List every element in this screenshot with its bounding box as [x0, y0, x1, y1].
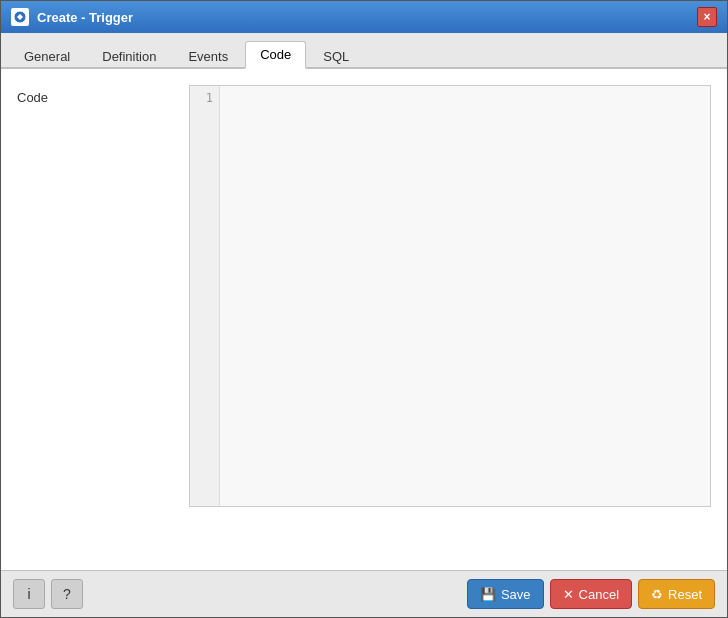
reset-icon: ♻ — [651, 587, 663, 602]
code-editor[interactable]: 1 — [189, 85, 711, 507]
close-button[interactable]: × — [697, 7, 717, 27]
save-label: Save — [501, 587, 531, 602]
save-button[interactable]: 💾 Save — [467, 579, 544, 609]
app-icon — [11, 8, 29, 26]
cancel-button[interactable]: ✕ Cancel — [550, 579, 632, 609]
help-icon: ? — [63, 586, 71, 602]
tab-sql[interactable]: SQL — [308, 43, 364, 69]
cancel-label: Cancel — [579, 587, 619, 602]
save-icon: 💾 — [480, 587, 496, 602]
tab-definition[interactable]: Definition — [87, 43, 171, 69]
code-textarea[interactable] — [220, 86, 710, 506]
tab-general[interactable]: General — [9, 43, 85, 69]
footer-left-buttons: i ? — [13, 579, 83, 609]
tab-events[interactable]: Events — [173, 43, 243, 69]
tab-bar: General Definition Events Code SQL — [1, 33, 727, 69]
help-button[interactable]: ? — [51, 579, 83, 609]
title-bar: Create - Trigger × — [1, 1, 727, 33]
reset-button[interactable]: ♻ Reset — [638, 579, 715, 609]
tab-code[interactable]: Code — [245, 41, 306, 69]
main-window: Create - Trigger × General Definition Ev… — [0, 0, 728, 618]
title-bar-left: Create - Trigger — [11, 8, 133, 26]
cancel-icon: ✕ — [563, 587, 574, 602]
info-button[interactable]: i — [13, 579, 45, 609]
code-form-row: Code 1 — [17, 85, 711, 507]
footer-right-buttons: 💾 Save ✕ Cancel ♻ Reset — [467, 579, 715, 609]
window-title: Create - Trigger — [37, 10, 133, 25]
main-content: Code 1 — [1, 69, 727, 570]
info-icon: i — [27, 586, 30, 602]
reset-label: Reset — [668, 587, 702, 602]
footer: i ? 💾 Save ✕ Cancel ♻ Reset — [1, 570, 727, 617]
line-numbers: 1 — [190, 86, 220, 506]
code-label: Code — [17, 85, 177, 105]
